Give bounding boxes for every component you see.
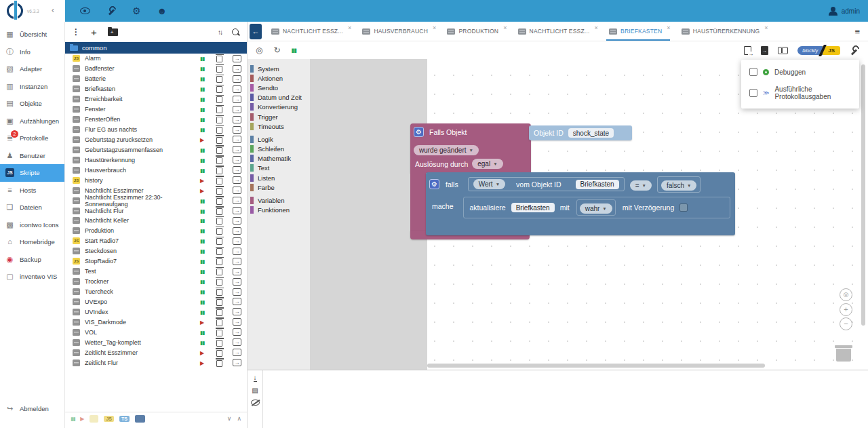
export-script-icon[interactable]: [233, 298, 241, 305]
delete-script-icon[interactable]: [216, 157, 222, 164]
delete-script-icon[interactable]: [216, 340, 222, 347]
script-tab[interactable]: HAUSVERBRAUCH ×: [357, 22, 442, 41]
gear-icon[interactable]: ⚙: [132, 6, 141, 16]
sidebar-item[interactable]: ≡ Hosts: [0, 182, 64, 199]
script-row[interactable]: Geburtstag zurucksetzen: [65, 135, 247, 145]
script-run-pause-icon[interactable]: [198, 157, 206, 163]
sidebar-item[interactable]: ◉ Backup: [0, 251, 64, 269]
export-script-icon[interactable]: [233, 248, 241, 255]
script-tab[interactable]: PRODUKTION ×: [442, 22, 513, 41]
sidebar-item[interactable]: ≣2 Protokolle: [0, 130, 64, 147]
script-row[interactable]: Nachtlicht Keller: [65, 216, 247, 226]
back-button[interactable]: ←: [250, 24, 262, 39]
export-script-icon[interactable]: [233, 106, 241, 113]
script-run-pause-icon[interactable]: [198, 85, 206, 92]
export-script-icon[interactable]: [233, 359, 241, 366]
toolbox-category[interactable]: Datum und Zeit: [248, 93, 310, 102]
delete-script-icon[interactable]: [216, 289, 222, 296]
script-run-pause-icon[interactable]: [198, 288, 206, 295]
export-script-icon[interactable]: [233, 278, 241, 286]
sidebar-item-logout[interactable]: ↪ Abmelden: [0, 400, 65, 418]
script-run-pause-icon[interactable]: [198, 136, 206, 143]
toolbox-category[interactable]: Mathematik: [248, 154, 310, 163]
script-run-pause-icon[interactable]: [198, 106, 206, 113]
toolbox-category[interactable]: Listen: [248, 173, 310, 182]
export-script-icon[interactable]: [233, 116, 241, 123]
export-script-icon[interactable]: [233, 308, 241, 315]
sidebar-item[interactable]: JS Skripte: [0, 164, 64, 182]
sidebar-item[interactable]: ▥ Instanzen: [0, 78, 64, 96]
script-tab[interactable]: NACHTLICHT ESSZ... ×: [513, 22, 604, 41]
export-script-icon[interactable]: [233, 237, 241, 245]
export-script-icon[interactable]: [233, 227, 241, 235]
eye-icon[interactable]: [80, 7, 90, 14]
export-script-icon[interactable]: [233, 258, 241, 265]
delete-script-icon[interactable]: [216, 127, 222, 134]
script-row[interactable]: VIS_Darkmode: [65, 317, 247, 327]
folder-row-common[interactable]: common: [65, 42, 247, 54]
script-run-pause-icon[interactable]: [198, 197, 206, 204]
delete-script-icon[interactable]: [216, 168, 222, 174]
center-view-icon[interactable]: ◎: [256, 45, 262, 55]
import-blocks-icon[interactable]: [761, 46, 768, 55]
script-row[interactable]: UVIndex: [65, 307, 247, 317]
export-script-icon[interactable]: [233, 207, 241, 214]
script-row[interactable]: Zeitlicht Flur: [65, 357, 247, 368]
trash-icon[interactable]: [835, 343, 852, 362]
toolbox-category[interactable]: Konvertierung: [248, 102, 310, 112]
script-run-pause-icon[interactable]: [198, 208, 206, 214]
sidebar-item[interactable]: ♟ Benutzer: [0, 147, 64, 165]
operator-dropdown[interactable]: =▼: [630, 180, 652, 191]
close-tab-icon[interactable]: ×: [348, 24, 351, 31]
export-script-icon[interactable]: [233, 349, 241, 356]
script-run-pause-icon[interactable]: [198, 116, 206, 123]
script-run-pause-icon[interactable]: [198, 55, 206, 62]
script-run-pause-icon[interactable]: [198, 248, 206, 254]
export-script-icon[interactable]: [233, 65, 241, 73]
script-row[interactable]: Wetter_Tag-komplett: [65, 337, 247, 347]
script-row[interactable]: Erreichbarkeit: [65, 94, 247, 104]
script-row[interactable]: history: [65, 175, 247, 185]
export-script-icon[interactable]: [233, 187, 241, 194]
script-tab[interactable]: BRIEFKASTEN ×: [604, 22, 677, 41]
update-oid-field[interactable]: Briefkasten: [511, 203, 555, 212]
export-script-icon[interactable]: [233, 75, 241, 83]
export-script-icon[interactable]: [233, 126, 241, 134]
script-row[interactable]: Briefkasten: [65, 84, 247, 94]
close-tab-icon[interactable]: ×: [667, 24, 670, 31]
download-log-icon[interactable]: ↓: [254, 374, 257, 382]
collapse-all-icon[interactable]: ∧: [237, 415, 241, 422]
sidebar-item[interactable]: ❏ Dateien: [0, 199, 64, 216]
delete-script-icon[interactable]: [216, 56, 222, 62]
value-dropdown[interactable]: Wert▼: [473, 179, 505, 189]
toolbox-category[interactable]: Timeouts: [248, 121, 310, 131]
blockly-js-toggle[interactable]: blockly JS: [797, 45, 840, 56]
script-row[interactable]: Haustürerkennung: [65, 155, 247, 165]
export-script-icon[interactable]: [233, 217, 241, 225]
script-run-pause-icon[interactable]: [198, 349, 206, 356]
export-script-icon[interactable]: [233, 136, 241, 143]
delay-checkbox[interactable]: [679, 203, 688, 212]
menu-checkbox[interactable]: [749, 89, 757, 97]
script-run-pause-icon[interactable]: [198, 268, 206, 275]
delete-script-icon[interactable]: [216, 208, 222, 215]
trigger-by-dropdown[interactable]: egal▼: [472, 159, 502, 169]
delete-script-icon[interactable]: [216, 248, 222, 255]
expand-all-icon[interactable]: ∨: [227, 415, 232, 422]
export-script-icon[interactable]: [233, 328, 241, 336]
script-run-pause-icon[interactable]: [198, 227, 206, 234]
script-run-pause-icon[interactable]: [198, 75, 206, 82]
settings-menu-item[interactable]: ≫ Ausführliche Protokollausgaben: [741, 81, 859, 105]
script-run-pause-icon[interactable]: [198, 359, 206, 366]
block-objekt-id[interactable]: Objekt ID shock_state: [529, 125, 632, 140]
more-menu-icon[interactable]: ⋮: [72, 27, 80, 37]
delete-script-icon[interactable]: [216, 198, 222, 205]
sidebar-item[interactable]: ▤ Objekte: [0, 95, 64, 113]
sidebar-item[interactable]: ▢ inventwo VIS: [0, 268, 64, 286]
toolbox-category[interactable]: Funktionen: [248, 206, 310, 215]
export-script-icon[interactable]: [233, 55, 241, 62]
condition-oid-field[interactable]: Briefkasten: [576, 180, 619, 189]
script-run-pause-icon[interactable]: [198, 217, 206, 224]
script-run-pause-icon[interactable]: [198, 237, 206, 244]
delete-script-icon[interactable]: [216, 218, 222, 225]
